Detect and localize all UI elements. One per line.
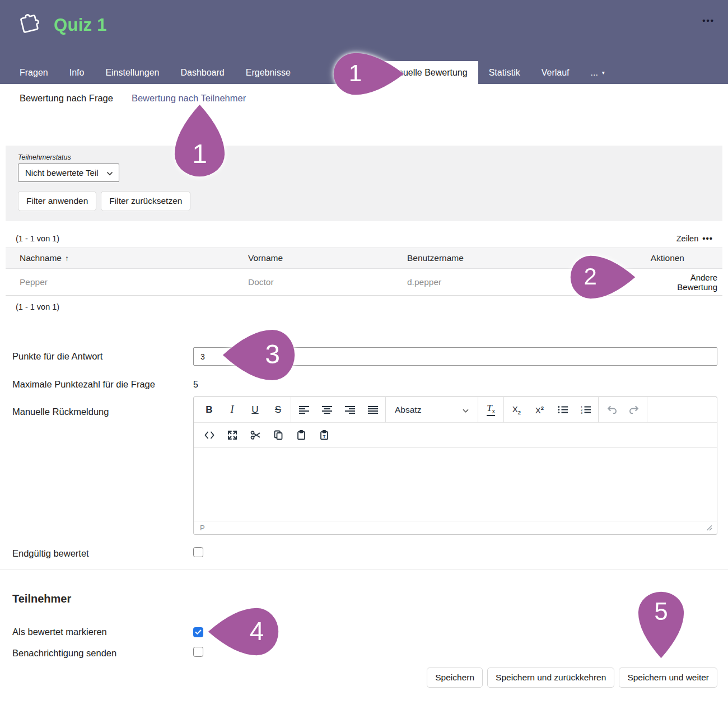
column-header-nachname[interactable]: Nachname↑: [20, 253, 248, 263]
cell-vorname: Doctor: [248, 277, 407, 287]
result-count-top: (1 - 1 von 1): [16, 234, 59, 243]
element-path-label: P: [200, 524, 205, 532]
send-notification-checkbox[interactable]: [193, 647, 203, 657]
puzzle-icon: [15, 10, 45, 40]
editor-status-bar: P: [194, 521, 717, 534]
filter-apply-button[interactable]: Filter anwenden: [18, 191, 96, 211]
save-button[interactable]: Speichern: [427, 668, 483, 688]
sort-asc-icon: ↑: [65, 254, 69, 263]
tab-manuelle-bewertung[interactable]: Manuelle Bewertung: [375, 61, 478, 84]
copy-icon[interactable]: [267, 426, 290, 445]
subtab-bewertung-nach-teilnehmer[interactable]: Bewertung nach Teilnehmer: [132, 93, 246, 112]
numbered-list-icon[interactable]: 123: [574, 400, 597, 419]
cut-icon[interactable]: [244, 426, 267, 445]
resize-handle-icon[interactable]: [706, 523, 712, 533]
main-tabbar: Fragen Info Einstellungen Dashboard Erge…: [0, 61, 728, 84]
paste-as-text-icon[interactable]: T: [312, 426, 335, 445]
strikethrough-icon[interactable]: S: [267, 400, 290, 419]
filter-panel: Teilnehmerstatus Nicht bewertete Teil Fi…: [6, 146, 722, 221]
points-label: Punkte für die Antwort: [12, 351, 193, 362]
send-notification-label: Benachrichtigung senden: [12, 648, 193, 659]
page-title: Quiz 1: [54, 15, 107, 35]
select-value: Nicht bewertete Teil: [25, 168, 99, 178]
subtab-bewertung-nach-frage[interactable]: Bewertung nach Frage: [20, 93, 113, 112]
paragraph-dropdown[interactable]: Absatz: [387, 400, 477, 419]
rows-menu[interactable]: Zeilen •••: [676, 234, 713, 243]
align-center-icon[interactable]: [315, 400, 338, 419]
ellipsis-icon: •••: [702, 234, 713, 243]
subscript-icon[interactable]: X2: [505, 400, 528, 419]
redo-icon[interactable]: [623, 400, 646, 419]
max-points-value: 5: [193, 380, 717, 390]
svg-text:3: 3: [581, 411, 582, 414]
feedback-label: Manuelle Rückmeldung: [12, 400, 193, 417]
table-row: Pepper Doctor d.pepper Ändere Bewertung: [6, 269, 722, 296]
brand: Quiz 1: [15, 10, 107, 40]
save-button-row: Speichern Speichern und zurückkehren Spe…: [0, 668, 728, 688]
editor-toolbar-row1: B I U S Absatz: [194, 397, 717, 422]
tab-ergebnisse[interactable]: Ergebnisse: [235, 61, 301, 84]
editor-content-area[interactable]: [194, 448, 717, 521]
result-count-bottom: (1 - 1 von 1): [0, 296, 728, 311]
points-input[interactable]: [193, 347, 717, 366]
tab-statistik[interactable]: Statistik: [478, 61, 531, 84]
participants-table: Nachname↑ Vorname Benutzername Aktionen …: [6, 248, 722, 296]
chevron-down-icon: ▾: [602, 69, 605, 76]
chevron-down-icon: [463, 405, 469, 415]
participants-heading: Teilnehmer: [0, 570, 728, 605]
tab-einstellungen[interactable]: Einstellungen: [95, 61, 170, 84]
save-and-return-button[interactable]: Speichern und zurückkehren: [487, 668, 614, 688]
grading-form: Punkte für die Antwort Maximale Punkteza…: [0, 347, 728, 559]
app-header: Quiz 1 ••• Fragen Info Einstellungen Das…: [0, 0, 728, 84]
cell-benutzername: d.pepper: [407, 277, 648, 287]
mark-graded-checkbox[interactable]: [193, 627, 203, 637]
bold-icon[interactable]: B: [198, 400, 221, 419]
source-code-icon[interactable]: [198, 426, 221, 445]
editor-toolbar-row2: T: [194, 422, 717, 448]
align-justify-icon[interactable]: [361, 400, 384, 419]
save-and-next-button[interactable]: Speichern und weiter: [619, 668, 717, 688]
column-header-aktionen: Aktionen: [648, 253, 717, 263]
underline-icon[interactable]: U: [244, 400, 267, 419]
teilnehmerstatus-select[interactable]: Nicht bewertete Teil: [18, 164, 119, 182]
mark-graded-label: Als bewertet markieren: [12, 627, 193, 637]
row-action-aendere-bewertung[interactable]: Ändere Bewertung: [648, 273, 717, 292]
tab-verlauf[interactable]: Verlauf: [531, 61, 580, 84]
bullet-list-icon[interactable]: [551, 400, 574, 419]
rich-text-editor: B I U S Absatz: [193, 396, 717, 535]
fullscreen-icon[interactable]: [221, 426, 244, 445]
max-points-label: Maximale Punktezahl für die Frage: [12, 379, 193, 390]
header-overflow-icon[interactable]: •••: [702, 16, 715, 25]
clear-formatting-icon[interactable]: Tx: [479, 400, 502, 419]
cell-nachname: Pepper: [20, 277, 248, 287]
italic-icon[interactable]: I: [221, 400, 244, 419]
tab-fragen[interactable]: Fragen: [9, 61, 59, 84]
tab-more[interactable]: ... ▾: [580, 61, 615, 84]
undo-icon[interactable]: [600, 400, 623, 419]
filter-field-label: Teilnehmerstatus: [18, 153, 710, 161]
final-graded-checkbox[interactable]: [193, 547, 203, 557]
column-header-benutzername[interactable]: Benutzername: [407, 253, 648, 263]
column-header-vorname[interactable]: Vorname: [248, 253, 407, 263]
tab-dashboard[interactable]: Dashboard: [170, 61, 235, 84]
chevron-down-icon: [106, 168, 113, 178]
tab-info[interactable]: Info: [59, 61, 95, 84]
table-header-row: Nachname↑ Vorname Benutzername Aktionen: [6, 248, 722, 269]
align-right-icon[interactable]: [338, 400, 361, 419]
final-graded-label: Endgültig bewertet: [12, 548, 193, 559]
paste-icon[interactable]: [290, 426, 312, 445]
svg-text:T: T: [323, 434, 325, 439]
filter-reset-button[interactable]: Filter zurücksetzen: [101, 191, 190, 211]
align-left-icon[interactable]: [292, 400, 315, 419]
superscript-icon[interactable]: X2: [528, 400, 551, 419]
grading-subtabs: Bewertung nach Frage Bewertung nach Teil…: [0, 84, 728, 112]
